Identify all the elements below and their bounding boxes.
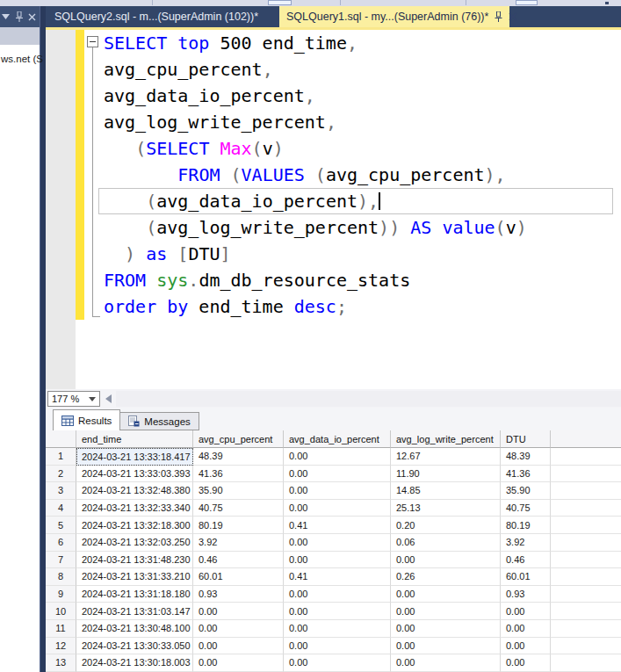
- grid-cell[interactable]: 0.00: [391, 620, 501, 638]
- grid-cell[interactable]: 0.00: [284, 586, 391, 603]
- grid-cell[interactable]: 0.00: [501, 620, 551, 638]
- grid-cell[interactable]: 80.19: [501, 517, 551, 534]
- grid-cell[interactable]: 0.93: [501, 586, 551, 603]
- row-number[interactable]: 2: [46, 466, 76, 483]
- close-icon[interactable]: [27, 12, 37, 22]
- column-header-avg_log_write_percent[interactable]: avg_log_write_percent: [391, 430, 501, 448]
- row-number[interactable]: 7: [46, 552, 76, 569]
- row-number[interactable]: 3: [46, 482, 76, 500]
- chevron-down-icon[interactable]: [1, 12, 11, 22]
- grid-cell[interactable]: 48.39: [193, 448, 284, 466]
- grid-cell[interactable]: 2024-03-21 13:31:48.230: [76, 552, 193, 569]
- grid-cell[interactable]: 0.93: [193, 586, 284, 603]
- grid-cell[interactable]: 2024-03-21 13:31:33.210: [76, 568, 193, 586]
- grid-cell[interactable]: 0.00: [284, 654, 391, 672]
- grid-cell[interactable]: 35.90: [193, 482, 284, 500]
- grid-cell[interactable]: 0.00: [284, 448, 391, 466]
- row-number[interactable]: 13: [46, 654, 76, 672]
- grid-cell[interactable]: 0.00: [501, 603, 551, 620]
- row-number[interactable]: 8: [46, 568, 76, 586]
- grid-cell[interactable]: 0.20: [391, 517, 501, 534]
- zoom-level-combobox[interactable]: 177 %: [47, 391, 100, 407]
- column-header-avg_data_io_percent[interactable]: avg_data_io_percent: [284, 430, 391, 448]
- grid-cell[interactable]: 60.01: [193, 568, 284, 586]
- grid-cell[interactable]: 48.39: [501, 448, 551, 466]
- grid-cell[interactable]: 0.00: [193, 654, 284, 672]
- grid-cell[interactable]: 0.00: [391, 603, 501, 620]
- close-icon[interactable]: [509, 12, 517, 21]
- grid-cell[interactable]: 0.00: [284, 620, 391, 638]
- column-header-avg_cpu_percent[interactable]: avg_cpu_percent: [193, 430, 284, 448]
- tab-sqlquery2[interactable]: SQLQuery2.sql - m...(SuperAdmin (102))*: [46, 6, 279, 27]
- code-fold-collapse-icon[interactable]: [87, 36, 98, 47]
- grid-cell[interactable]: 35.90: [501, 482, 551, 500]
- grid-cell[interactable]: 2024-03-21 13:32:03.250: [76, 534, 193, 552]
- row-number[interactable]: 9: [46, 586, 76, 603]
- grid-cell[interactable]: 0.00: [391, 638, 501, 655]
- grid-cell[interactable]: 14.85: [391, 482, 501, 500]
- grid-cell[interactable]: 0.00: [284, 638, 391, 655]
- grid-cell[interactable]: 41.36: [501, 466, 551, 483]
- grid-cell[interactable]: 0.00: [284, 482, 391, 500]
- grid-cell[interactable]: 0.00: [284, 466, 391, 483]
- column-header-DTU[interactable]: DTU: [501, 430, 551, 448]
- panel-splitter[interactable]: [40, 6, 46, 672]
- grid-cell[interactable]: 40.75: [193, 500, 284, 517]
- tab-results[interactable]: Results: [53, 409, 120, 430]
- row-number[interactable]: 11: [46, 620, 76, 638]
- grid-cell[interactable]: 80.19: [193, 517, 284, 534]
- grid-cell[interactable]: 0.46: [193, 552, 284, 569]
- grid-cell[interactable]: 0.00: [391, 654, 501, 672]
- row-number[interactable]: 4: [46, 500, 76, 517]
- tab-messages[interactable]: Messages: [120, 412, 199, 430]
- server-node-label[interactable]: ws.net (S: [1, 54, 43, 64]
- grid-cell[interactable]: 2024-03-21 13:30:48.100: [76, 620, 193, 638]
- grid-cell[interactable]: 25.13: [391, 500, 501, 517]
- grid-cell[interactable]: 3.92: [193, 534, 284, 552]
- grid-cell[interactable]: 2024-03-21 13:30:33.050: [76, 638, 193, 655]
- grid-cell[interactable]: 2024-03-21 13:31:03.147: [76, 603, 193, 620]
- sql-editor[interactable]: SELECT top 500 end_time,avg_cpu_percent,…: [46, 30, 621, 389]
- grid-cell[interactable]: 2024-03-21 13:32:48.380: [76, 482, 193, 500]
- column-header-end_time[interactable]: end_time: [76, 430, 193, 448]
- grid-cell[interactable]: 0.00: [501, 638, 551, 655]
- grid-cell[interactable]: 3.92: [501, 534, 551, 552]
- grid-cell[interactable]: 40.75: [501, 500, 551, 517]
- toolbar-control[interactable]: [516, 0, 538, 5]
- row-number[interactable]: 6: [46, 534, 76, 552]
- horizontal-scrollbar[interactable]: [116, 391, 621, 407]
- grid-cell[interactable]: 0.00: [193, 603, 284, 620]
- pin-icon[interactable]: [14, 12, 24, 22]
- grid-cell[interactable]: 0.00: [193, 620, 284, 638]
- grid-cell[interactable]: 2024-03-21 13:32:33.340: [76, 500, 193, 517]
- grid-cell[interactable]: 2024-03-21 13:30:18.003: [76, 654, 193, 672]
- grid-cell[interactable]: 2024-03-21 13:33:18.417: [76, 448, 193, 466]
- toolbar-control[interactable]: [268, 0, 292, 5]
- row-number[interactable]: 10: [46, 603, 76, 620]
- grid-cell[interactable]: 0.00: [284, 552, 391, 569]
- grid-cell[interactable]: 0.00: [391, 552, 501, 569]
- tab-sqlquery1[interactable]: SQLQuery1.sql - my...(SuperAdmin (76))*: [279, 6, 509, 27]
- hscroll-left-arrow[interactable]: [105, 394, 112, 403]
- grid-cell[interactable]: 0.26: [391, 568, 501, 586]
- grid-cell[interactable]: 0.00: [501, 654, 551, 672]
- grid-cell[interactable]: 0.41: [284, 568, 391, 586]
- row-number[interactable]: 1: [46, 448, 76, 466]
- grid-cell[interactable]: 0.00: [284, 500, 391, 517]
- pin-icon[interactable]: [494, 11, 503, 22]
- grid-cell[interactable]: 2024-03-21 13:32:18.300: [76, 517, 193, 534]
- grid-cell[interactable]: 0.46: [501, 552, 551, 569]
- row-header-corner[interactable]: [46, 430, 76, 448]
- grid-cell[interactable]: 0.00: [284, 603, 391, 620]
- grid-cell[interactable]: 2024-03-21 13:31:18.180: [76, 586, 193, 603]
- row-number[interactable]: 12: [46, 638, 76, 655]
- grid-cell[interactable]: 12.67: [391, 448, 501, 466]
- grid-cell[interactable]: 0.00: [284, 534, 391, 552]
- grid-cell[interactable]: 0.06: [391, 534, 501, 552]
- row-number[interactable]: 5: [46, 517, 76, 534]
- grid-cell[interactable]: 0.00: [193, 638, 284, 655]
- grid-cell[interactable]: 41.36: [193, 466, 284, 483]
- grid-cell[interactable]: 11.90: [391, 466, 501, 483]
- grid-cell[interactable]: 0.41: [284, 517, 391, 534]
- grid-cell[interactable]: 2024-03-21 13:33:03.393: [76, 466, 193, 483]
